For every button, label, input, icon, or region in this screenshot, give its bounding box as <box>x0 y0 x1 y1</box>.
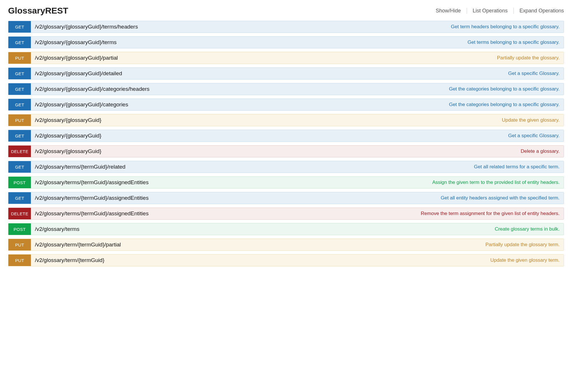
operation-content: /v2/glossary/terms/{termGuid}/assignedEn… <box>31 208 564 219</box>
operation-description[interactable]: Remove the term assignment for the given… <box>421 211 560 216</box>
operation-description[interactable]: Get the categories belonging to a specif… <box>449 102 560 108</box>
operation-path[interactable]: /v2/glossary/{glossaryGuid}/detailed <box>35 70 122 77</box>
operation-content: /v2/glossary/{glossaryGuid}/detailedGet … <box>31 68 564 79</box>
method-badge-delete[interactable]: DELETE <box>8 146 31 157</box>
operation-row[interactable]: PUT/v2/glossary/term/{termGuid}/partialP… <box>8 239 564 251</box>
operation-path[interactable]: /v2/glossary/{glossaryGuid}/terms <box>35 39 117 46</box>
operation-path[interactable]: /v2/glossary/{glossaryGuid} <box>35 133 101 139</box>
operation-path[interactable]: /v2/glossary/{glossaryGuid}/partial <box>35 55 118 61</box>
operation-content: /v2/glossary/terms/{termGuid}/relatedGet… <box>31 161 564 173</box>
method-badge-post[interactable]: POST <box>8 223 31 235</box>
method-badge-put[interactable]: PUT <box>8 255 31 266</box>
operation-row[interactable]: PUT/v2/glossary/{glossaryGuid}/partialPa… <box>8 52 564 64</box>
operation-path[interactable]: /v2/glossary/term/{termGuid} <box>35 257 104 263</box>
operation-path[interactable]: /v2/glossary/{glossaryGuid} <box>35 148 101 154</box>
operation-content: /v2/glossary/{glossaryGuid}/categories/h… <box>31 83 564 95</box>
method-badge-get[interactable]: GET <box>8 83 31 95</box>
operation-row[interactable]: DELETE/v2/glossary/{glossaryGuid}Delete … <box>8 145 564 157</box>
operation-description[interactable]: Get the categories belonging to a specif… <box>449 86 560 92</box>
operation-content: /v2/glossary/term/{termGuid}Update the g… <box>31 255 564 266</box>
resource-title[interactable]: GlossaryREST <box>8 6 68 16</box>
operation-description[interactable]: Update the given glossary term. <box>490 257 560 263</box>
operation-description[interactable]: Get terms belonging to a specific glossa… <box>468 39 560 45</box>
operation-path[interactable]: /v2/glossary/{glossaryGuid} <box>35 117 101 123</box>
operation-row[interactable]: GET/v2/glossary/terms/{termGuid}/related… <box>8 161 564 173</box>
method-badge-post[interactable]: POST <box>8 177 31 188</box>
operation-content: /v2/glossary/{glossaryGuid}/categoriesGe… <box>31 99 564 110</box>
operation-content: /v2/glossary/{glossaryGuid}/terms/header… <box>31 21 564 33</box>
list-operations-link[interactable]: List Operations <box>467 8 514 14</box>
operation-path[interactable]: /v2/glossary/{glossaryGuid}/categories <box>35 101 128 108</box>
expand-operations-link[interactable]: Expand Operations <box>514 8 564 14</box>
method-badge-delete[interactable]: DELETE <box>8 208 31 219</box>
operation-path[interactable]: /v2/glossary/terms/{termGuid}/assignedEn… <box>35 195 149 201</box>
show-hide-link[interactable]: Show/Hide <box>430 8 467 14</box>
method-badge-put[interactable]: PUT <box>8 114 31 126</box>
operation-description[interactable]: Get all entity headers assigned with the… <box>441 195 560 201</box>
operation-description[interactable]: Get a specific Glossary. <box>508 71 560 76</box>
method-badge-get[interactable]: GET <box>8 37 31 48</box>
operation-description[interactable]: Update the given glossary. <box>502 117 560 123</box>
operation-description[interactable]: Assign the given term to the provided li… <box>432 180 560 185</box>
method-badge-put[interactable]: PUT <box>8 52 31 64</box>
operation-row[interactable]: GET/v2/glossary/{glossaryGuid}Get a spec… <box>8 130 564 142</box>
operation-description[interactable]: Get all related terms for a specific ter… <box>474 164 560 170</box>
operation-description[interactable]: Get term headers belonging to a specific… <box>451 24 560 30</box>
operation-content: /v2/glossary/{glossaryGuid}Get a specifi… <box>31 130 564 142</box>
operation-row[interactable]: GET/v2/glossary/{glossaryGuid}/terms/hea… <box>8 21 564 33</box>
operation-content: /v2/glossary/{glossaryGuid}Delete a glos… <box>31 146 564 157</box>
operation-description[interactable]: Partially update the glossary term. <box>485 242 560 248</box>
operation-path[interactable]: /v2/glossary/{glossaryGuid}/categories/h… <box>35 86 149 92</box>
operation-row[interactable]: POST/v2/glossary/termsCreate glossary te… <box>8 223 564 235</box>
method-badge-get[interactable]: GET <box>8 161 31 173</box>
operation-content: /v2/glossary/terms/{termGuid}/assignedEn… <box>31 192 564 204</box>
operation-content: /v2/glossary/{glossaryGuid}/partialParti… <box>31 52 564 64</box>
operation-row[interactable]: GET/v2/glossary/{glossaryGuid}/categorie… <box>8 99 564 111</box>
operation-row[interactable]: DELETE/v2/glossary/terms/{termGuid}/assi… <box>8 208 564 220</box>
operation-description[interactable]: Partially update the glossary. <box>497 55 560 61</box>
method-badge-get[interactable]: GET <box>8 68 31 79</box>
resource-header: GlossaryREST Show/Hide List Operations E… <box>8 6 564 16</box>
operation-content: /v2/glossary/{glossaryGuid}/termsGet ter… <box>31 37 564 48</box>
operation-row[interactable]: PUT/v2/glossary/{glossaryGuid}Update the… <box>8 114 564 126</box>
operation-path[interactable]: /v2/glossary/terms/{termGuid}/related <box>35 164 126 170</box>
operation-path[interactable]: /v2/glossary/terms/{termGuid}/assignedEn… <box>35 210 149 217</box>
method-badge-get[interactable]: GET <box>8 99 31 110</box>
header-actions: Show/Hide List Operations Expand Operati… <box>430 8 564 14</box>
method-badge-put[interactable]: PUT <box>8 239 31 250</box>
operation-row[interactable]: GET/v2/glossary/{glossaryGuid}/termsGet … <box>8 36 564 48</box>
operation-path[interactable]: /v2/glossary/term/{termGuid}/partial <box>35 242 121 248</box>
operation-row[interactable]: PUT/v2/glossary/term/{termGuid}Update th… <box>8 254 564 266</box>
operation-description[interactable]: Create glossary terms in bulk. <box>495 226 560 232</box>
method-badge-get[interactable]: GET <box>8 192 31 204</box>
operation-path[interactable]: /v2/glossary/terms <box>35 226 79 232</box>
method-badge-get[interactable]: GET <box>8 21 31 33</box>
operation-row[interactable]: POST/v2/glossary/terms/{termGuid}/assign… <box>8 176 564 189</box>
operation-row[interactable]: GET/v2/glossary/{glossaryGuid}/detailedG… <box>8 67 564 80</box>
operation-content: /v2/glossary/term/{termGuid}/partialPart… <box>31 239 564 250</box>
operation-path[interactable]: /v2/glossary/terms/{termGuid}/assignedEn… <box>35 179 149 186</box>
operations-list: GET/v2/glossary/{glossaryGuid}/terms/hea… <box>8 21 564 266</box>
operation-row[interactable]: GET/v2/glossary/terms/{termGuid}/assigne… <box>8 192 564 204</box>
operation-path[interactable]: /v2/glossary/{glossaryGuid}/terms/header… <box>35 24 138 30</box>
operation-content: /v2/glossary/{glossaryGuid}Update the gi… <box>31 114 564 126</box>
operation-description[interactable]: Delete a glossary. <box>521 148 560 154</box>
operation-description[interactable]: Get a specific Glossary. <box>508 133 560 139</box>
operation-row[interactable]: GET/v2/glossary/{glossaryGuid}/categorie… <box>8 83 564 95</box>
operation-content: /v2/glossary/terms/{termGuid}/assignedEn… <box>31 177 564 188</box>
method-badge-get[interactable]: GET <box>8 130 31 142</box>
operation-content: /v2/glossary/termsCreate glossary terms … <box>31 223 564 235</box>
